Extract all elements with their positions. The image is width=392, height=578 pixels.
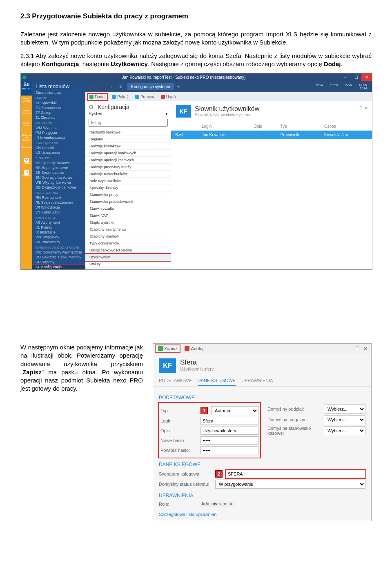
tab-config[interactable]: Konfiguracja systemu [127, 83, 174, 90]
sidebar-item[interactable]: ZL Zlecenia [32, 115, 85, 120]
sidebar-item[interactable]: RS Raporty kasowe [32, 165, 85, 170]
config-list-item[interactable]: Rodzaje kontaktów [85, 143, 171, 150]
trash-icon [161, 95, 165, 99]
sidebar-item[interactable]: RN Rozrachunki [32, 195, 85, 200]
main-content: ? ✕ KF Słownik użytkowników Słownik użyt… [171, 101, 372, 269]
decree-status-select[interactable]: W przygotowaniu [215, 480, 365, 489]
config-list-item[interactable]: Rodzaje operacji kasowych [85, 157, 171, 164]
table-row[interactable]: SzefJan KowalskiPracownikKowalski Jan [171, 131, 372, 140]
config-list-item[interactable]: Rodzaje operacji bankowych [85, 150, 171, 157]
main-subtitle: Słownik użytkowników systemu [195, 113, 259, 117]
config-list-item[interactable]: Stanowiska pracy [85, 191, 171, 198]
sidebar-item[interactable]: DW Dokumenty wewnętrzne [32, 250, 85, 255]
add-button[interactable]: Dodaj [88, 94, 107, 100]
config-list-item[interactable]: Sposoby dostawy [85, 185, 171, 191]
sidebar-item[interactable]: IN Inwentaryzacja [32, 135, 85, 140]
chevron-down-icon[interactable]: ▾ [165, 111, 168, 116]
config-list-item[interactable]: Stawki ryczałtu [85, 205, 171, 212]
cash-station-select[interactable]: Wybierz... [324, 426, 365, 435]
branch-select[interactable]: Wybierz... [324, 405, 365, 413]
strip-item[interactable]: 44Licencje [22, 171, 31, 180]
sidebar-item[interactable]: WX Wspólnicy [32, 235, 85, 240]
config-list-item[interactable]: Waluty [85, 261, 171, 268]
sidebar-item[interactable]: SP Sprzedaż [32, 100, 85, 105]
sidebar-item[interactable]: WB Wyciągi bankowe [32, 180, 85, 185]
config-list-item[interactable]: Stopki wydruku [85, 219, 171, 226]
app-icon [22, 76, 26, 79]
nav-home-icon[interactable]: ⌂ [107, 84, 115, 89]
role-chip[interactable]: Administrator ✕ [199, 501, 235, 507]
help-icon[interactable]: ? ✕ [360, 105, 368, 111]
sidebar-item[interactable]: RL Sesje rozliczeniowe [32, 200, 85, 205]
strip-item[interactable]: Kursy walut [22, 122, 31, 131]
warehouse-select[interactable]: Wybierz... [324, 415, 365, 424]
sidebar-item[interactable]: BN Operacje bankowe [32, 175, 85, 180]
close-button[interactable]: ✕ [361, 73, 372, 81]
section-heading: 2.3 Przygotowanie Subiekta do pracy z pr… [20, 12, 372, 20]
dialog-close-icon[interactable]: ✕ [362, 346, 369, 351]
desc-input[interactable] [200, 427, 258, 435]
show-button[interactable]: Pokaż [110, 94, 130, 100]
sidebar-item[interactable]: WM Wydania [32, 125, 85, 130]
sidebar-item[interactable]: PX Pracownicy [32, 240, 85, 245]
config-list-item[interactable]: Szablony asortymentu [85, 226, 171, 233]
sidebar-item[interactable]: UZ Urządzenia [32, 150, 85, 155]
edit-button[interactable]: Popraw [134, 94, 156, 100]
sidebar-item[interactable]: KS Operacje kasowe [32, 160, 85, 165]
tab-basic[interactable]: PODSTAWOWE [159, 376, 192, 386]
repeat-pass-input[interactable] [200, 446, 258, 454]
tab-add-icon[interactable]: + [177, 83, 180, 90]
permissions-detail-link[interactable]: Szczegółowa lista uprawnień [153, 510, 222, 521]
config-panel: ⚙Konfiguracja System▾ Rachunki bankoweRe… [85, 101, 172, 269]
config-list-item[interactable]: Widget fiskalizacji [85, 268, 171, 269]
sidebar-item[interactable]: RP Raporty [32, 260, 85, 265]
dialog-maximize-icon[interactable]: ☐ [354, 346, 361, 351]
sidebar-item[interactable]: CN Cenniki [32, 145, 85, 150]
sidebar-item[interactable]: PM Przyjęcia [32, 130, 85, 135]
config-list-item[interactable]: Użytkownicy [85, 254, 171, 261]
strip-item[interactable]: Dokument do księgi [22, 134, 31, 143]
sidebar-item-home[interactable]: Strona startowa [32, 90, 85, 95]
config-list-item[interactable]: Typy dokumentów [85, 240, 171, 247]
config-list-item[interactable]: Stanowiska przedstawicieli [85, 198, 171, 205]
dialog-cancel-button[interactable]: Anuluj [182, 345, 206, 352]
sidebar-item[interactable]: KF Konfiguracja [32, 265, 85, 269]
maximize-button[interactable]: ☐ [351, 73, 361, 81]
strip-item[interactable]: Fiskalizacja [22, 146, 31, 155]
dialog-caption: W następnym oknie podajemy informacje ja… [20, 343, 143, 393]
sidebar-item[interactable]: DB Dyspozycje bankowe [32, 185, 85, 190]
config-list-item[interactable]: Role użytkowników [85, 178, 171, 185]
delete-button[interactable]: Usuń [159, 94, 177, 100]
dialog-save-button[interactable]: Zapisz [156, 345, 180, 352]
tab-accounting[interactable]: DANE KSIĘGOWE [198, 376, 236, 386]
strip-item[interactable]: Nowa wersja [22, 97, 31, 106]
new-pass-input[interactable] [200, 436, 258, 445]
config-list-item[interactable]: Regiony [85, 136, 171, 143]
minimize-button[interactable]: – [340, 73, 351, 81]
config-list-item[interactable]: Rachunki bankowe [85, 129, 171, 136]
sidebar-item[interactable]: SE Sesje kasowe [32, 170, 85, 175]
config-list-item[interactable]: Usługi bankowości on-line [85, 247, 171, 254]
tab-permissions[interactable]: UPRAWNIENIA [241, 376, 273, 386]
nav-back-icon[interactable]: ← [88, 84, 95, 89]
nav-refresh-icon[interactable]: ↻ [117, 84, 125, 89]
config-list-item[interactable]: Rodzaje procedury marży [85, 164, 171, 171]
type-select[interactable]: Automat [211, 406, 258, 415]
config-list-item[interactable]: Rodzaje rozrachunków [85, 171, 171, 178]
config-list-item[interactable]: Szablony klientów [85, 233, 171, 240]
nav-fwd-icon[interactable]: → [98, 84, 105, 89]
sidebar-item[interactable]: DD Dekretacja dokumentów [32, 255, 85, 260]
config-list-item[interactable]: Stawki VAT [85, 212, 171, 219]
strip-item[interactable]: 03InsMail [22, 158, 31, 167]
sidebar-item[interactable]: ZP Zakup [32, 110, 85, 115]
sidebar-item[interactable]: KL Klienci [32, 225, 85, 230]
config-filter-input[interactable] [89, 119, 168, 127]
sidebar-item[interactable]: WI Windykacja [32, 205, 85, 210]
strip-item[interactable]: Nowe parametry [22, 109, 31, 118]
sidebar-item[interactable]: IX Instytucje [32, 230, 85, 235]
login-input[interactable] [200, 417, 258, 425]
sidebar-item[interactable]: EY Kursy walut [32, 210, 85, 215]
signature-input[interactable] [226, 470, 365, 478]
sidebar-item[interactable]: ZN Zamówienia [32, 105, 85, 110]
sidebar-item[interactable]: AS Asortyment [32, 220, 85, 225]
